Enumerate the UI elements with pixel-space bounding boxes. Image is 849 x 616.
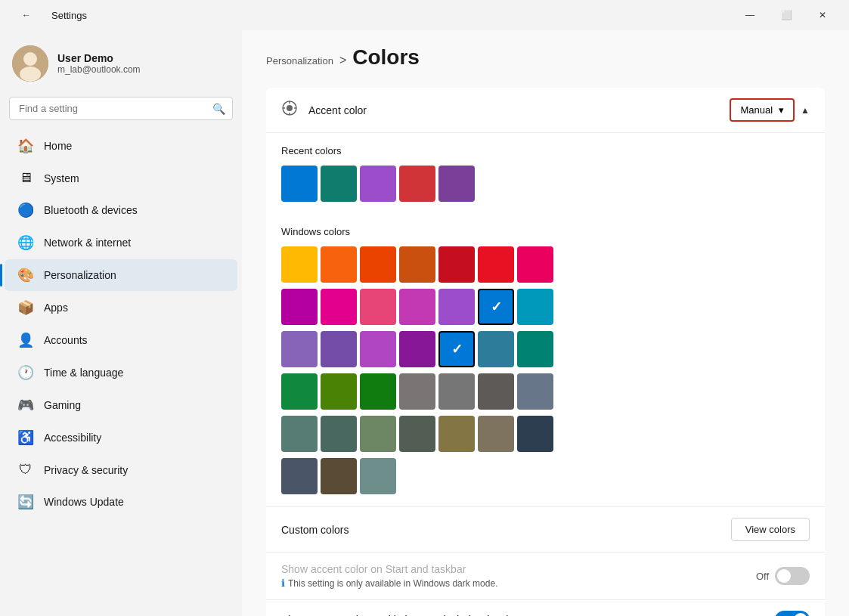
windows-color-swatch[interactable] bbox=[321, 331, 357, 367]
toggle1-state-label: Off bbox=[756, 571, 769, 582]
windows-color-swatch[interactable] bbox=[281, 416, 318, 452]
windows-color-swatch[interactable] bbox=[478, 289, 514, 325]
window-controls: — ⬜ ✕ bbox=[733, 3, 840, 27]
windows-color-swatch[interactable] bbox=[478, 373, 514, 410]
windows-color-swatch[interactable] bbox=[478, 416, 514, 452]
sidebar-item-label: Personalization bbox=[44, 269, 116, 281]
time-icon: 🕐 bbox=[17, 364, 35, 381]
home-icon: 🏠 bbox=[17, 138, 35, 154]
sidebar-item-system[interactable]: 🖥System bbox=[5, 163, 237, 193]
search-box: 🔍 bbox=[9, 97, 233, 120]
windows-color-swatch[interactable] bbox=[399, 416, 435, 452]
sidebar-item-label: System bbox=[44, 172, 79, 184]
windows-color-swatch[interactable] bbox=[360, 458, 396, 494]
windows-color-swatch[interactable] bbox=[517, 289, 553, 325]
windows-color-swatch[interactable] bbox=[438, 416, 475, 452]
windows-colors-title: Windows colors bbox=[281, 226, 810, 237]
recent-color-swatch[interactable] bbox=[399, 166, 435, 202]
update-icon: 🔄 bbox=[17, 494, 35, 510]
recent-color-swatch[interactable] bbox=[360, 166, 396, 202]
recent-colors-section: Recent colors bbox=[266, 133, 825, 214]
windows-color-row bbox=[281, 246, 810, 283]
user-name: User Demo bbox=[57, 52, 141, 64]
accent-label: Accent color bbox=[308, 104, 367, 116]
windows-color-swatch[interactable] bbox=[517, 416, 553, 452]
maximize-button[interactable]: ⬜ bbox=[769, 3, 804, 27]
windows-color-swatch[interactable] bbox=[360, 289, 396, 325]
dropdown-value: Manual bbox=[740, 104, 773, 116]
windows-color-swatch[interactable] bbox=[399, 246, 435, 283]
minimize-button[interactable]: — bbox=[733, 3, 767, 27]
windows-color-swatch[interactable] bbox=[399, 331, 435, 367]
privacy-icon: 🛡 bbox=[17, 462, 35, 478]
windows-color-swatch[interactable] bbox=[517, 246, 553, 283]
sidebar-item-label: Bluetooth & devices bbox=[44, 204, 138, 216]
toggle1-subtitle: This setting is only available in Window… bbox=[288, 578, 497, 589]
windows-color-swatch[interactable] bbox=[321, 416, 357, 452]
breadcrumb-parent[interactable]: Personalization bbox=[266, 55, 333, 67]
user-profile[interactable]: User Demo m_lab@outlook.com bbox=[0, 36, 242, 97]
windows-color-swatch[interactable] bbox=[281, 458, 318, 494]
windows-color-swatch[interactable] bbox=[360, 416, 396, 452]
back-button[interactable]: ← bbox=[9, 3, 44, 27]
recent-colors-grid bbox=[281, 166, 810, 202]
windows-color-swatch[interactable] bbox=[438, 289, 475, 325]
svg-point-4 bbox=[287, 105, 293, 111]
recent-color-swatch[interactable] bbox=[438, 166, 475, 202]
windows-color-swatch[interactable] bbox=[321, 458, 357, 494]
windows-color-swatch[interactable] bbox=[399, 373, 435, 410]
sidebar-item-personalization[interactable]: 🎨Personalization bbox=[5, 259, 237, 291]
sidebar-item-accounts[interactable]: 👤Accounts bbox=[5, 324, 237, 356]
windows-color-swatch[interactable] bbox=[321, 373, 357, 410]
windows-color-swatch[interactable] bbox=[438, 331, 475, 367]
sidebar: User Demo m_lab@outlook.com 🔍 🏠Home🖥Syst… bbox=[0, 30, 242, 616]
windows-color-swatch[interactable] bbox=[281, 289, 318, 325]
windows-color-swatch[interactable] bbox=[321, 246, 357, 283]
sidebar-item-label: Accounts bbox=[44, 334, 88, 346]
windows-color-swatch[interactable] bbox=[478, 331, 514, 367]
chevron-up-icon[interactable]: ▲ bbox=[801, 105, 810, 116]
recent-color-swatch[interactable] bbox=[321, 166, 357, 202]
windows-color-swatch[interactable] bbox=[360, 331, 396, 367]
sidebar-item-accessibility[interactable]: ♿Accessibility bbox=[5, 422, 237, 453]
sidebar-item-home[interactable]: 🏠Home bbox=[5, 130, 237, 162]
sidebar-item-network[interactable]: 🌐Network & internet bbox=[5, 227, 237, 258]
breadcrumb-sep: > bbox=[339, 54, 346, 67]
sidebar-item-apps[interactable]: 📦Apps bbox=[5, 292, 237, 323]
sidebar-item-gaming[interactable]: 🎮Gaming bbox=[5, 389, 237, 421]
close-button[interactable]: ✕ bbox=[805, 3, 840, 27]
windows-color-swatch[interactable] bbox=[399, 289, 435, 325]
sidebar-item-label: Apps bbox=[44, 302, 68, 314]
windows-color-swatch[interactable] bbox=[281, 246, 318, 283]
windows-color-swatch[interactable] bbox=[517, 331, 553, 367]
windows-color-swatch[interactable] bbox=[360, 373, 396, 410]
sidebar-item-bluetooth[interactable]: 🔵Bluetooth & devices bbox=[5, 194, 237, 226]
windows-color-swatch[interactable] bbox=[438, 373, 475, 410]
windows-color-swatch[interactable] bbox=[517, 373, 553, 410]
toggle1-switch[interactable] bbox=[775, 567, 810, 585]
windows-color-swatch[interactable] bbox=[281, 331, 318, 367]
search-icon: 🔍 bbox=[212, 103, 225, 115]
avatar bbox=[12, 45, 48, 82]
content-card: Accent color Manual ▾ ▲ Recent colors Wi… bbox=[266, 88, 825, 616]
windows-color-swatch[interactable] bbox=[360, 246, 396, 283]
apps-icon: 📦 bbox=[17, 299, 35, 316]
windows-color-swatch[interactable] bbox=[438, 246, 475, 283]
sidebar-item-time[interactable]: 🕐Time & language bbox=[5, 357, 237, 388]
view-colors-button[interactable]: View colors bbox=[731, 518, 810, 541]
svg-point-2 bbox=[20, 67, 41, 82]
windows-color-swatch[interactable] bbox=[478, 246, 514, 283]
sidebar-item-label: Time & language bbox=[44, 367, 123, 379]
windows-color-swatch[interactable] bbox=[321, 289, 357, 325]
user-info: User Demo m_lab@outlook.com bbox=[57, 52, 141, 75]
system-icon: 🖥 bbox=[17, 170, 35, 186]
toggle2-switch[interactable] bbox=[775, 611, 810, 616]
search-input[interactable] bbox=[9, 97, 233, 120]
recent-color-swatch[interactable] bbox=[281, 166, 318, 202]
accent-dropdown[interactable]: Manual ▾ bbox=[730, 98, 795, 122]
windows-color-swatch[interactable] bbox=[281, 373, 318, 410]
accessibility-icon: ♿ bbox=[17, 429, 35, 446]
bluetooth-icon: 🔵 bbox=[17, 202, 35, 218]
sidebar-item-update[interactable]: 🔄Windows Update bbox=[5, 486, 237, 518]
sidebar-item-privacy[interactable]: 🛡Privacy & security bbox=[5, 454, 237, 485]
